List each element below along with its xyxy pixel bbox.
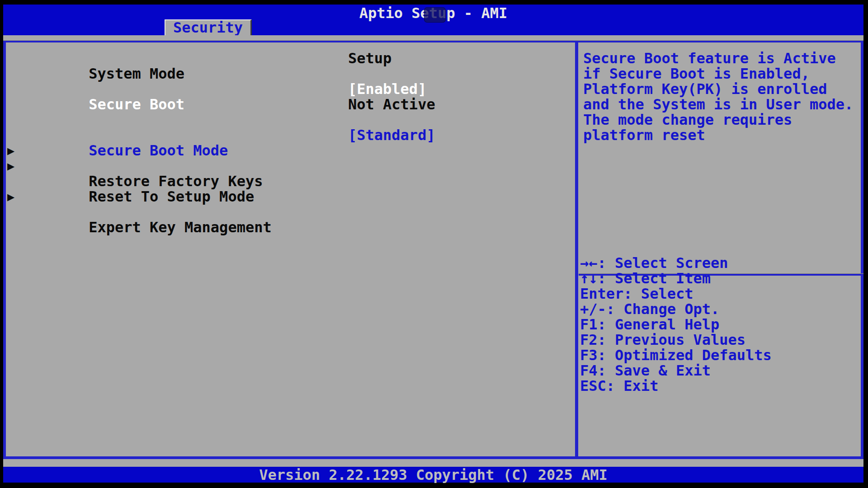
menu-item-system-mode: System Mode: [19, 51, 184, 66]
menu-item-label: Restore Factory Keys: [89, 173, 263, 190]
help-text-line: The mode change requires: [583, 112, 792, 127]
menu-item-restore-factory-keys[interactable]: ▶ Restore Factory Keys: [19, 143, 263, 158]
submenu-arrow-icon: ▶: [7, 143, 14, 159]
submenu-arrow-icon: ▶: [7, 189, 14, 205]
status-secure-boot-note: Not Active: [348, 97, 435, 112]
value-secure-boot[interactable]: [Enabled]: [348, 81, 426, 97]
legend-select-item: ↑↓: Select Item: [580, 271, 711, 286]
help-text-line: if Secure Boot is Enabled,: [583, 66, 810, 81]
legend-enter-select: Enter: Select: [580, 286, 693, 301]
title-bar: Aptio Setup - AMI Security: [3, 5, 863, 35]
footer-bar: Version 2.22.1293 Copyright (C) 2025 AMI: [3, 467, 863, 483]
help-text-line: Platform Key(PK) is enrolled: [583, 81, 827, 97]
menu-item-label: Secure Boot: [89, 96, 184, 113]
body-area: System Mode Setup Secure Boot [Enabled] …: [3, 35, 863, 467]
menu-item-label: System Mode: [89, 65, 184, 82]
submenu-arrow-icon: ▶: [7, 159, 14, 174]
help-text-line: Secure Boot feature is Active: [583, 51, 836, 66]
help-text-line: and the System is in User mode.: [583, 97, 853, 112]
help-text-line: platform reset: [583, 127, 705, 143]
menu-item-label: Expert Key Management: [89, 219, 272, 236]
legend-f1-general-help: F1: General Help: [580, 317, 719, 332]
tab-security[interactable]: Security: [165, 19, 252, 35]
menu-item-reset-to-setup-mode[interactable]: ▶ Reset To Setup Mode: [19, 158, 254, 174]
menu-item-secure-boot[interactable]: Secure Boot: [19, 81, 184, 97]
menu-item-expert-key-management[interactable]: ▶ Expert Key Management: [19, 189, 272, 204]
value-secure-boot-mode[interactable]: [Standard]: [348, 127, 435, 143]
legend-f2-previous-values: F2: Previous Values: [580, 332, 745, 347]
legend-f4-save-exit: F4: Save & Exit: [580, 363, 711, 378]
legend-select-screen: →←: Select Screen: [580, 255, 728, 271]
panel-divider: [575, 41, 578, 459]
version-text: Version 2.22.1293 Copyright (C) 2025 AMI: [3, 467, 863, 483]
value-system-mode: Setup: [348, 51, 392, 66]
legend-esc-exit: ESC: Exit: [580, 378, 658, 394]
legend-f3-optimized-defaults: F3: Optimized Defaults: [580, 347, 772, 363]
legend-change-opt: +/-: Change Opt.: [580, 301, 719, 317]
mouse-cursor-artifact: [424, 7, 446, 23]
menu-item-secure-boot-mode[interactable]: Secure Boot Mode: [19, 127, 228, 143]
bios-screen: Aptio Setup - AMI Security System Mode S…: [3, 5, 863, 483]
